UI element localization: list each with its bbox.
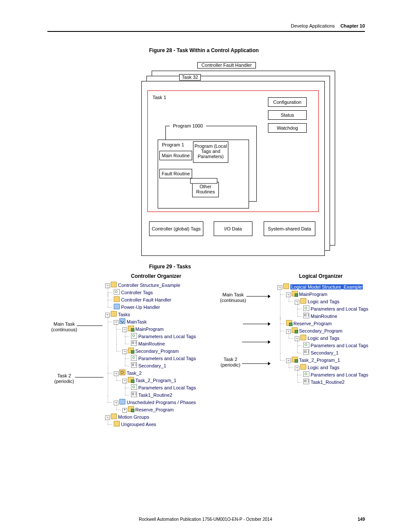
tree-item[interactable]: Task_2 [127, 370, 142, 376]
tree-item[interactable]: Parameters and Local Tags [311, 343, 368, 348]
folder-icon [119, 399, 125, 404]
page-header: Develop Applications Chapter 10 [47, 23, 365, 31]
tree-item[interactable]: MainRoutine [138, 341, 165, 346]
task-continuous-icon [119, 318, 125, 324]
tree-item[interactable]: Unscheduled Programs / Phases [127, 400, 196, 405]
page-number: 149 [358, 517, 365, 522]
annot-main-task-right: Main Task (continuous) [220, 292, 246, 303]
status-box: Status [268, 110, 307, 120]
footer-publication: Rockwell Automation Publication 1756-UM0… [139, 517, 272, 522]
tree-item[interactable]: Power-Up Handler [121, 305, 160, 310]
tree-item[interactable]: Task1_Routine2 [311, 380, 345, 385]
program-icon [292, 357, 298, 362]
program-icon [128, 326, 134, 331]
ctrl-fault-handler: Controller Fault Handler [197, 62, 256, 68]
tree-item[interactable]: MainTask [127, 319, 146, 324]
tags-icon [114, 289, 120, 295]
tree-item[interactable]: Logic and Tags [308, 299, 339, 304]
page-footer: Rockwell Automation Publication 1756-UM0… [46, 517, 365, 522]
expand-icon[interactable]: + [122, 408, 127, 413]
tree-item[interactable]: Task_2_Program_1 [135, 378, 176, 383]
tree-item[interactable]: Secondary_1 [138, 363, 166, 368]
tree-item[interactable]: Reserve_Program [293, 321, 332, 326]
tree-item[interactable]: MainProgram [135, 327, 164, 332]
tags-icon [303, 371, 309, 377]
tree-item[interactable]: Task1_Routine2 [138, 392, 172, 398]
folder-icon [300, 298, 306, 304]
controller-organizer-tree[interactable]: −Controller Structure_Example Controller… [97, 282, 196, 428]
tree-item[interactable]: Parameters and Local Tags [311, 372, 368, 377]
figure29-caption: Figure 29 - Tasks [149, 264, 365, 270]
annot-task2-left: Task 2 (periodic) [53, 373, 75, 384]
tree-item[interactable]: Motion Groups [118, 414, 149, 420]
tree-item[interactable]: Task_2_Program_1 [299, 358, 340, 363]
tree-item[interactable]: Logic and Tags [308, 336, 339, 341]
tree-root-selected[interactable]: Logical Model Structure_Example [290, 284, 363, 289]
program-icon [286, 320, 292, 326]
figure28-caption: Figure 28 - Task Within a Control Applic… [149, 47, 365, 53]
fault-routine-box: Fault Routine [159, 169, 192, 178]
tags-icon [131, 384, 137, 390]
tree-item[interactable]: Controller Tags [121, 290, 153, 295]
tree-item[interactable]: Tasks [118, 312, 130, 317]
global-tags-box: Controller (global) Tags [149, 221, 203, 236]
folder-icon [114, 421, 120, 426]
tags-icon [303, 342, 309, 348]
routine-icon [303, 379, 309, 384]
tree-item[interactable]: Secondary_Program [299, 328, 342, 333]
tree-item[interactable]: Parameters and Local Tags [138, 356, 196, 361]
header-rule [47, 31, 365, 32]
prog1-label: Program 1 [162, 142, 184, 147]
main-routine-box: Main Routine [159, 151, 192, 160]
watchdog-box: Watchdog [268, 123, 307, 133]
annot-task2-right: Task 2 (periodic) [220, 357, 241, 368]
logical-organizer-title: Logical Organizer [299, 273, 342, 279]
folder-icon [111, 414, 117, 419]
sys-shared-box: System-shared Data [264, 221, 315, 236]
task32-label: Task 32 [179, 74, 201, 81]
tree-item[interactable]: Ungrouped Axes [121, 422, 156, 427]
tree-item[interactable]: MainProgram [299, 292, 327, 297]
tree-item[interactable]: Parameters and Local Tags [138, 334, 196, 339]
program-icon [128, 348, 134, 353]
tree-root[interactable]: Controller Structure_Example [118, 283, 180, 288]
figure28-diagram: Controller Fault Handler Task 32 Task 1 … [141, 60, 333, 257]
tags-icon [131, 355, 137, 361]
header-section: Develop Applications [291, 23, 335, 28]
tags-icon [303, 305, 309, 311]
other-routines-box: Other Routines [192, 182, 219, 197]
folder-icon [111, 282, 117, 287]
tree-item[interactable]: Controller Fault Handler [121, 297, 171, 302]
controller-organizer-title: Controller Organizer [131, 273, 181, 279]
program-icon [292, 327, 298, 333]
tags-icon [131, 333, 137, 339]
folder-icon [114, 304, 120, 309]
routine-icon [303, 349, 309, 355]
task-periodic-icon [119, 370, 125, 375]
tree-item[interactable]: Secondary_Program [135, 348, 179, 354]
config-box: Configuration [268, 97, 307, 107]
routine-icon [303, 313, 309, 318]
program-icon [292, 291, 298, 296]
figure29-area: Controller Organizer Logical Organizer M… [45, 273, 365, 445]
tree-item[interactable]: Parameters and Local Tags [311, 306, 368, 311]
io-data-box: I/O Data [214, 221, 252, 236]
tree-item[interactable]: MainRoutine [311, 314, 337, 319]
routine-icon [131, 362, 137, 368]
tree-item[interactable]: Parameters and Local Tags [138, 385, 196, 390]
folder-icon [300, 335, 306, 340]
program-icon [128, 406, 134, 412]
folder-icon [114, 296, 120, 302]
task1-label: Task 1 [153, 95, 166, 100]
folder-icon [300, 364, 306, 370]
tree-item[interactable]: Reserve_Program [135, 407, 174, 412]
tree-item[interactable]: Logic and Tags [308, 365, 339, 370]
prog-local-box: Program (Local Tags and Parameters) [193, 141, 228, 163]
routine-icon [131, 392, 137, 397]
folder-icon [111, 311, 117, 317]
folder-icon [283, 283, 289, 289]
header-chapter: Chapter 10 [340, 23, 365, 28]
logical-organizer-tree[interactable]: −Logical Model Structure_Example −MainPr… [269, 283, 368, 386]
program-icon [128, 377, 134, 383]
tree-item[interactable]: Secondary_1 [311, 350, 339, 355]
